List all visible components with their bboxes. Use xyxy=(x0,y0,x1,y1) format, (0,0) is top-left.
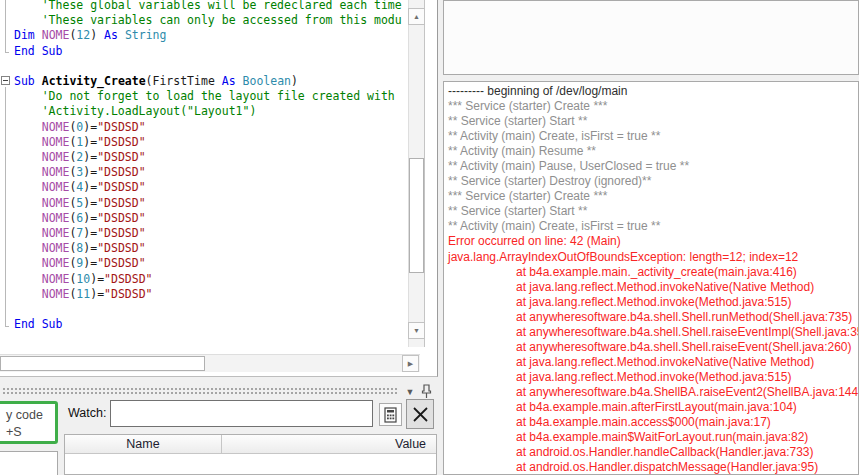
evaluate-button[interactable] xyxy=(379,403,402,426)
code-line[interactable]: NOME(8)="DSDSD" xyxy=(14,241,402,256)
log-line: at java.lang.reflect.Method.invokeNative… xyxy=(448,355,858,370)
code-line[interactable]: 'These variables can only be accessed fr… xyxy=(14,13,402,28)
code-line[interactable] xyxy=(14,59,402,74)
code-line[interactable]: 'Activity.LoadLayout("Layout1") xyxy=(14,104,402,119)
partial-box xyxy=(0,451,58,475)
code-line[interactable]: NOME(5)="DSDSD" xyxy=(14,196,402,211)
right-top-panel xyxy=(443,0,859,75)
log-line: ** Activity (main) Create, isFirst = tru… xyxy=(448,129,858,144)
log-line: at anywheresoftware.b4a.shell.Shell.rais… xyxy=(448,340,858,355)
log-line: at b4a.example.main.afterFirstLayout(mai… xyxy=(448,400,858,415)
log-line: java.lang.ArrayIndexOutOfBoundsException… xyxy=(448,250,858,265)
code-line[interactable]: 'Do not forget to load the layout file c… xyxy=(14,89,402,104)
code-line[interactable]: NOME(1)="DSDSD" xyxy=(14,135,402,150)
log-line: *** Service (starter) Create *** xyxy=(448,189,858,204)
watch-input[interactable] xyxy=(110,400,373,427)
fold-structure-foot xyxy=(5,326,9,327)
scroll-down-icon[interactable]: ▼ xyxy=(408,322,425,339)
watch-table-header: Name Value xyxy=(65,435,436,454)
close-icon xyxy=(412,406,429,423)
column-header-name[interactable]: Name xyxy=(65,435,222,454)
code-fold-toggle-icon[interactable] xyxy=(1,76,10,85)
collapse-panel-icon[interactable]: ▼ xyxy=(404,388,416,398)
code-line[interactable]: Sub Activity_Create(FirstTime As Boolean… xyxy=(14,74,402,89)
code-line[interactable]: NOME(3)="DSDSD" xyxy=(14,165,402,180)
log-line: ** Service (starter) Start ** xyxy=(448,114,858,129)
fold-structure-line xyxy=(5,87,6,327)
log-line: ** Service (starter) Start ** xyxy=(448,204,858,219)
fold-structure-line xyxy=(5,0,6,53)
log-line: at anywheresoftware.b4a.shell.Shell.rais… xyxy=(448,325,858,340)
code-line[interactable]: NOME(4)="DSDSD" xyxy=(14,180,402,195)
scroll-up-icon[interactable]: ▲ xyxy=(408,8,425,25)
panel-drag-grip[interactable] xyxy=(2,387,398,396)
hint-tooltip-line: y code xyxy=(6,407,55,424)
code-line[interactable] xyxy=(14,302,402,317)
log-line: at java.lang.reflect.Method.invokeNative… xyxy=(448,280,858,295)
log-line: at anywheresoftware.b4a.ShellBA.raiseEve… xyxy=(448,385,858,400)
pin-icon[interactable] xyxy=(420,384,433,399)
code-line[interactable]: 'These global variables will be redeclar… xyxy=(14,0,402,13)
code-line[interactable]: NOME(6)="DSDSD" xyxy=(14,211,402,226)
debug-watch-panel: ▼ y code +S Watch: xyxy=(0,378,438,475)
ide-window: 'These global variables will be redeclar… xyxy=(0,0,859,475)
log-line: Error occurred on line: 42 (Main) xyxy=(448,234,858,249)
horizontal-scrollbar-thumb[interactable] xyxy=(0,356,205,371)
hint-tooltip-line: +S xyxy=(6,424,55,441)
code-line[interactable]: Dim NOME(12) As String xyxy=(14,28,402,43)
code-line[interactable]: NOME(11)="DSDSD" xyxy=(14,287,402,302)
log-line: at java.lang.reflect.Method.invoke(Metho… xyxy=(448,295,858,310)
watch-table: Name Value xyxy=(64,434,437,475)
code-line[interactable]: NOME(2)="DSDSD" xyxy=(14,150,402,165)
code-line[interactable]: NOME(7)="DSDSD" xyxy=(14,226,402,241)
fold-structure-foot xyxy=(5,52,9,53)
log-line: ** Activity (main) Resume ** xyxy=(448,144,858,159)
log-line: at b4a.example.main._activity_create(mai… xyxy=(448,265,858,280)
log-line: at android.os.Handler.dispatchMessage(Ha… xyxy=(448,460,858,475)
code-line[interactable]: End Sub xyxy=(14,317,402,332)
log-line: ** Activity (main) Create, isFirst = tru… xyxy=(448,219,858,234)
log-line: at b4a.example.main.access$000(main.java… xyxy=(448,415,858,430)
log-line: at anywheresoftware.b4a.shell.Shell.runM… xyxy=(448,310,858,325)
code-line[interactable]: NOME(0)="DSDSD" xyxy=(14,120,402,135)
code-line[interactable]: NOME(9)="DSDSD" xyxy=(14,256,402,271)
code-line[interactable]: End Sub xyxy=(14,44,402,59)
log-panel[interactable]: --------- beginning of /dev/log/main*** … xyxy=(443,81,859,475)
scroll-right-icon[interactable]: ▶ xyxy=(402,355,419,372)
log-line: *** Service (starter) Create *** xyxy=(448,99,858,114)
code-text[interactable]: 'These global variables will be redeclar… xyxy=(14,0,402,332)
watch-label: Watch: xyxy=(68,406,106,420)
log-line: ** Service (starter) Destroy (ignored)** xyxy=(448,174,858,189)
clear-watch-button[interactable] xyxy=(406,399,434,429)
code-line[interactable]: NOME(10)="DSDSD" xyxy=(14,272,402,287)
log-line: at b4a.example.main$WaitForLayout.run(ma… xyxy=(448,430,858,445)
hint-tooltip: y code +S xyxy=(0,401,58,444)
log-line: ** Activity (main) Pause, UserClosed = t… xyxy=(448,159,858,174)
code-editor-panel[interactable]: 'These global variables will be redeclar… xyxy=(0,0,438,377)
log-line: --------- beginning of /dev/log/main xyxy=(448,84,858,99)
vertical-scrollbar-thumb[interactable] xyxy=(409,158,424,273)
log-line: at android.os.Handler.handleCallback(Han… xyxy=(448,445,858,460)
column-header-value[interactable]: Value xyxy=(395,435,455,454)
calculator-icon xyxy=(384,407,397,423)
log-line: at java.lang.reflect.Method.invoke(Metho… xyxy=(448,370,858,385)
